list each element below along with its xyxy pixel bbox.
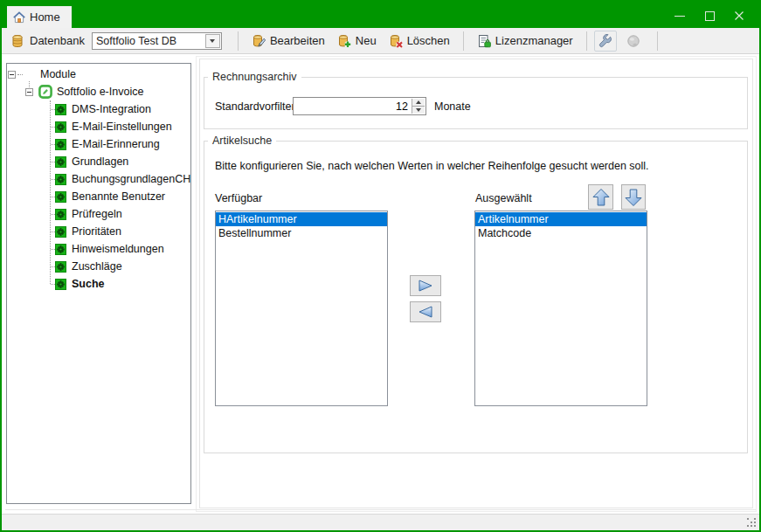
tree-item-label: E-Mail-Einstellungen [72,121,172,133]
tab-home[interactable]: Home [7,6,72,28]
status-bar [2,514,759,530]
database-icon [10,34,24,48]
wrench-icon [598,34,612,48]
neu-label: Neu [356,34,377,47]
lizenzmanager-button[interactable]: Lizenzmanager [471,31,579,52]
spin-up-button[interactable] [412,99,425,107]
spinner [412,99,425,114]
selected-listbox[interactable]: ArtikelnummerMatchcode [474,211,647,406]
chevron-down-icon [210,39,215,43]
tree-item-label: Zuschläge [72,260,122,273]
tree-item-label: Suche [72,278,105,290]
spin-down-button[interactable] [412,107,425,114]
module-gear-icon [55,279,66,290]
tree-item[interactable]: Grundlagen [7,153,190,170]
list-item[interactable]: Matchcode [475,226,647,240]
toolbar-separator [238,31,239,51]
tree-item[interactable]: DMS-Integration [7,100,190,118]
close-button[interactable] [724,6,754,25]
list-item-label: Bestellnummer [218,227,291,239]
minimize-button[interactable] [665,6,695,25]
standardvorfilter-row: Standardvorfilter Monate [215,97,471,115]
einvoice-app-icon [38,85,52,99]
module-gear-icon [55,244,66,255]
tree-item[interactable]: Prioritäten [7,223,190,240]
app-window: Home Datenbank Softfolio Test DB [0,0,761,532]
move-down-button[interactable] [621,184,646,210]
tree-item-label: Benannte Benutzer [72,190,165,203]
module-gear-icon [55,174,66,185]
module-gear-icon [55,191,66,203]
group-title: Rechnungsarchiv [208,71,301,83]
tree-item[interactable]: E-Mail-Einstellungen [7,118,190,135]
tree-item[interactable]: Zuschläge [7,258,190,275]
arrow-down-icon [624,188,643,207]
edit-database-icon [252,34,266,48]
maximize-icon [705,11,715,21]
toolbar-separator [657,31,658,51]
module-gear-icon [55,226,66,238]
monate-label: Monate [434,100,471,113]
module-gear-icon [55,156,66,168]
list-item-label: HArtikelnummer [218,213,297,225]
bearbeiten-button[interactable]: Bearbeiten [246,31,331,52]
tree-item[interactable]: Hinweismeldungen [7,240,190,258]
move-up-button[interactable] [588,184,613,210]
available-listbox[interactable]: HArtikelnummerBestellnummer [215,211,388,406]
tree-item-label: Grundlagen [72,155,128,168]
tree-children: DMS-Integration [7,100,190,293]
tree-item[interactable]: Benannte Benutzer [7,188,190,205]
collapse-icon[interactable] [8,71,16,79]
standardvorfilter-input[interactable] [294,98,425,114]
tree-item[interactable]: Suche [7,275,190,293]
arrow-up-icon [592,188,611,207]
tree-item[interactable]: BuchungsgrundlagenCH [7,170,190,188]
tree-item-softfolio-e-invoice[interactable]: Softfolio e-Invoice [7,83,190,100]
titlebar: Home [2,2,759,28]
tree-item[interactable]: Prüfregeln [7,205,190,223]
home-icon [12,10,26,24]
move-left-button[interactable] [410,301,441,322]
content-frame-line [5,509,756,510]
settings-wrench-button[interactable] [594,31,617,52]
instruction-text: Bitte konfigurieren Sie, nach welchen We… [215,160,649,172]
list-item-label: Artikelnummer [478,213,549,225]
client-area: Module Softfolio e-Invoice [2,54,759,514]
globe-icon [626,34,640,48]
database-combobox-value: Softfolio Test DB [96,35,176,47]
group-artikelsuche: Artikelsuche Bitte konfigurieren Sie, na… [204,141,748,453]
tree-item-label: DMS-Integration [72,103,151,115]
new-database-icon [337,34,351,48]
tree-item[interactable]: E-Mail-Erinnerung [7,135,190,153]
resize-grip-icon[interactable] [747,518,757,528]
collapse-icon[interactable] [25,88,33,96]
ausgewaehlt-label: Ausgewählt [475,192,532,204]
loeschen-button[interactable]: Löschen [383,31,456,52]
arrow-down-icon [416,108,421,112]
standardvorfilter-label: Standardvorfilter [215,100,293,113]
toolbar-separator [586,31,587,51]
module-gear-icon [55,104,66,115]
database-combobox[interactable]: Softfolio Test DB [92,32,222,50]
tree-item-label: Prioritäten [72,225,121,238]
list-item[interactable]: Artikelnummer [475,212,647,226]
tree-item-module[interactable]: Module [7,66,190,83]
move-right-button[interactable] [410,275,441,296]
tree-item-label: Softfolio e-Invoice [57,86,143,98]
standardvorfilter-spinedit [293,97,426,115]
list-item[interactable]: HArtikelnummer [216,212,387,226]
combobox-dropdown-button[interactable] [205,34,220,48]
tree-item-label: BuchungsgrundlagenCH [72,173,190,185]
help-globe-button[interactable] [622,31,645,52]
datenbank-label: Datenbank [30,34,85,47]
module-gear-icon [55,139,66,150]
neu-button[interactable]: Neu [331,31,383,52]
verfuegbar-label: Verfügbar [215,192,262,204]
arrow-up-icon [416,100,421,104]
maximize-button[interactable] [695,6,724,25]
module-tree: Module Softfolio e-Invoice [6,63,191,504]
list-item[interactable]: Bestellnummer [216,226,387,240]
window-controls [665,6,754,25]
toolbar-separator [463,31,464,51]
bearbeiten-label: Bearbeiten [270,34,325,47]
